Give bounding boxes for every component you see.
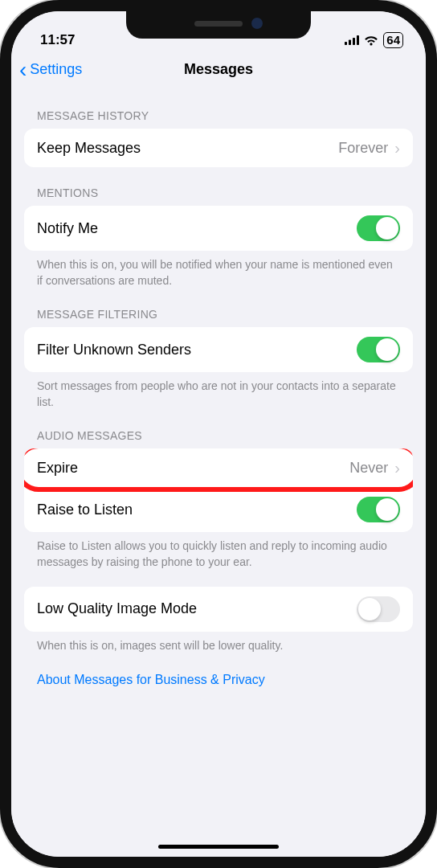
phone-frame: 11:57 64 ‹ Settings Messages MESSAGE HIS… — [0, 0, 437, 868]
group-low-quality: Low Quality Image Mode — [24, 587, 413, 632]
section-footer-filtering: Sort messages from people who are not in… — [11, 372, 426, 410]
row-label: Expire — [37, 460, 349, 477]
row-notify-me[interactable]: Notify Me — [24, 206, 413, 251]
row-expire[interactable]: Expire Never › — [24, 448, 413, 487]
battery-indicator: 64 — [383, 32, 403, 48]
group-message-filtering: Filter Unknown Senders — [24, 327, 413, 372]
svg-rect-0 — [345, 42, 347, 45]
row-label: Notify Me — [37, 220, 357, 237]
toggle-low-quality[interactable] — [357, 596, 400, 622]
section-footer-mentions: When this is on, you will be notified wh… — [11, 251, 426, 289]
link-about-messages-business-privacy[interactable]: About Messages for Business & Privacy — [11, 653, 426, 706]
svg-rect-1 — [349, 40, 351, 46]
chevron-right-icon: › — [394, 460, 400, 476]
section-header-mentions: MENTIONS — [11, 167, 426, 206]
section-header-audio-messages: AUDIO MESSAGES — [11, 410, 426, 448]
section-header-message-history: MESSAGE HISTORY — [11, 90, 426, 129]
svg-rect-2 — [353, 38, 355, 45]
notch — [126, 11, 311, 39]
back-button[interactable]: ‹ Settings — [19, 59, 82, 81]
row-keep-messages[interactable]: Keep Messages Forever › — [24, 129, 413, 167]
row-label: Keep Messages — [37, 140, 338, 157]
row-filter-unknown-senders[interactable]: Filter Unknown Senders — [24, 327, 413, 372]
row-label: Raise to Listen — [37, 502, 357, 518]
row-raise-to-listen[interactable]: Raise to Listen — [24, 487, 413, 532]
group-mentions: Notify Me — [24, 206, 413, 251]
section-header-message-filtering: MESSAGE FILTERING — [11, 289, 426, 327]
toggle-filter-unknown[interactable] — [357, 337, 400, 362]
wifi-icon — [364, 35, 378, 46]
nav-bar: ‹ Settings Messages — [11, 50, 426, 90]
section-footer-low-quality: When this is on, images sent will be low… — [11, 632, 426, 654]
svg-rect-3 — [357, 35, 359, 45]
settings-content[interactable]: MESSAGE HISTORY Keep Messages Forever › … — [11, 90, 426, 857]
screen: 11:57 64 ‹ Settings Messages MESSAGE HIS… — [11, 11, 426, 857]
row-value: Never — [349, 460, 388, 477]
battery-percent: 64 — [383, 32, 403, 48]
row-label: Low Quality Image Mode — [37, 600, 357, 617]
group-message-history: Keep Messages Forever › — [24, 129, 413, 167]
section-footer-audio: Raise to Listen allows you to quickly li… — [11, 532, 426, 570]
page-title: Messages — [184, 61, 253, 78]
chevron-right-icon: › — [394, 140, 400, 156]
row-low-quality-image-mode[interactable]: Low Quality Image Mode — [24, 587, 413, 632]
status-indicators: 64 — [345, 32, 403, 48]
group-audio-messages: Expire Never › Raise to Listen — [24, 448, 413, 532]
home-indicator[interactable] — [158, 845, 279, 849]
back-label: Settings — [30, 61, 82, 78]
cellular-icon — [345, 35, 359, 45]
toggle-notify-me[interactable] — [357, 215, 400, 241]
chevron-left-icon: ‹ — [19, 59, 27, 81]
row-value: Forever — [338, 140, 388, 157]
status-time: 11:57 — [40, 32, 75, 48]
row-label: Filter Unknown Senders — [37, 342, 357, 358]
toggle-raise-to-listen[interactable] — [357, 497, 400, 522]
